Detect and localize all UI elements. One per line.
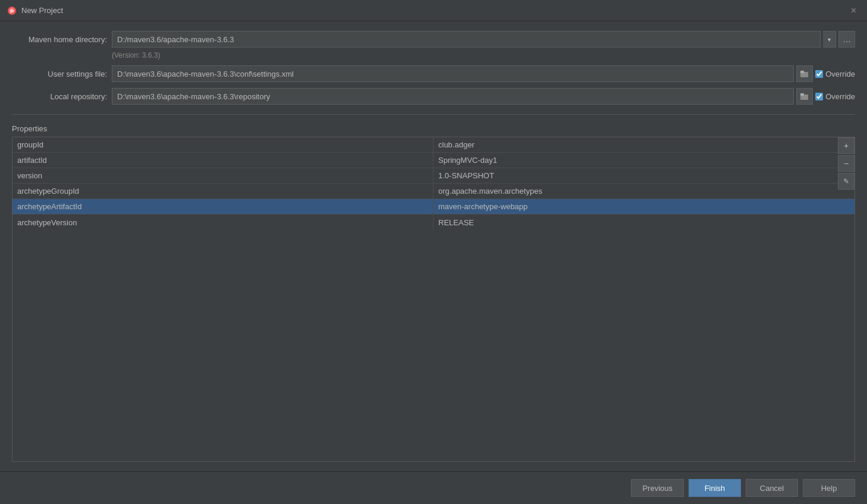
dialog-content: Maven home directory: ▾ … (Version: 3.6.… xyxy=(0,21,867,471)
local-repo-label: Local repository: xyxy=(12,92,107,101)
prop-value: 1.0-SNAPSHOT xyxy=(434,168,855,183)
table-row[interactable]: version1.0-SNAPSHOT xyxy=(12,168,855,184)
maven-home-input[interactable] xyxy=(112,31,821,48)
finish-button[interactable]: Finish xyxy=(689,479,741,497)
user-settings-label: User settings file: xyxy=(12,70,107,78)
maven-version-text: (Version: 3.6.3) xyxy=(112,51,855,59)
user-settings-override-label: Override xyxy=(825,70,855,78)
local-repo-override-label: Override xyxy=(825,92,855,101)
table-row[interactable]: archetypeArtifactIdmaven-archetype-webap… xyxy=(12,199,855,215)
properties-table: groupIdclub.adgerartifactIdSpringMVC-day… xyxy=(12,137,855,461)
svg-rect-6 xyxy=(800,93,804,96)
local-repo-row: Local repository: Override xyxy=(12,88,855,105)
local-repo-input[interactable] xyxy=(112,88,794,105)
local-repo-override-wrap: Override xyxy=(815,92,855,101)
svg-rect-4 xyxy=(800,71,804,73)
edit-property-button[interactable]: ✎ xyxy=(838,173,855,190)
table-row[interactable]: groupIdclub.adger xyxy=(12,137,855,153)
local-repo-input-wrap: Override xyxy=(112,88,855,105)
prop-key: archetypeArtifactId xyxy=(12,199,434,214)
table-row[interactable]: artifactIdSpringMVC-day1 xyxy=(12,153,855,168)
previous-button[interactable]: Previous xyxy=(631,479,684,497)
user-settings-input-wrap: Override xyxy=(112,65,855,82)
maven-home-browse-btn[interactable]: … xyxy=(838,31,855,48)
table-row[interactable]: archetypeVersionRELEASE xyxy=(12,215,855,230)
cancel-button[interactable]: Cancel xyxy=(746,479,798,497)
maven-home-label: Maven home directory: xyxy=(12,35,107,44)
prop-value: SpringMVC-day1 xyxy=(434,153,855,168)
new-project-dialog: P New Project × Maven home directory: ▾ … xyxy=(0,0,867,504)
properties-section: Properties groupIdclub.adgerartifactIdSp… xyxy=(12,124,855,462)
user-settings-override-checkbox[interactable] xyxy=(815,70,823,78)
dialog-title: New Project xyxy=(21,6,63,15)
help-button[interactable]: Help xyxy=(803,479,855,497)
svg-text:P: P xyxy=(10,8,14,14)
prop-value: maven-archetype-webapp xyxy=(434,199,855,214)
prop-key: archetypeGroupId xyxy=(12,184,434,199)
prop-value: RELEASE xyxy=(434,215,855,230)
prop-actions: + − ✎ xyxy=(838,137,855,191)
prop-key: groupId xyxy=(12,137,434,152)
prop-value: club.adger xyxy=(434,137,855,152)
user-settings-input[interactable] xyxy=(112,65,794,82)
table-row[interactable]: archetypeGroupIdorg.apache.maven.archety… xyxy=(12,184,855,199)
local-repo-override-checkbox[interactable] xyxy=(815,93,823,100)
dialog-footer: Previous Finish Cancel Help xyxy=(0,471,867,504)
close-button[interactable]: × xyxy=(847,5,860,17)
prop-key: artifactId xyxy=(12,153,434,168)
user-settings-browse-btn[interactable] xyxy=(796,65,813,82)
prop-value: org.apache.maven.archetypes xyxy=(434,184,855,199)
add-property-button[interactable]: + xyxy=(838,137,855,154)
maven-home-dropdown-btn[interactable]: ▾ xyxy=(823,31,836,48)
remove-property-button[interactable]: − xyxy=(838,155,855,172)
title-bar-left: P New Project xyxy=(7,6,63,15)
prop-key: archetypeVersion xyxy=(12,215,434,230)
local-repo-browse-btn[interactable] xyxy=(796,88,813,105)
prop-key: version xyxy=(12,168,434,183)
properties-title: Properties xyxy=(12,124,855,133)
separator xyxy=(12,114,855,115)
user-settings-override-wrap: Override xyxy=(815,70,855,78)
properties-table-wrap: groupIdclub.adgerartifactIdSpringMVC-day… xyxy=(12,137,855,462)
app-icon: P xyxy=(7,6,17,15)
title-bar: P New Project × xyxy=(0,0,867,21)
user-settings-row: User settings file: Override xyxy=(12,65,855,82)
maven-home-input-wrap: ▾ … xyxy=(112,31,855,48)
maven-home-row: Maven home directory: ▾ … xyxy=(12,31,855,48)
